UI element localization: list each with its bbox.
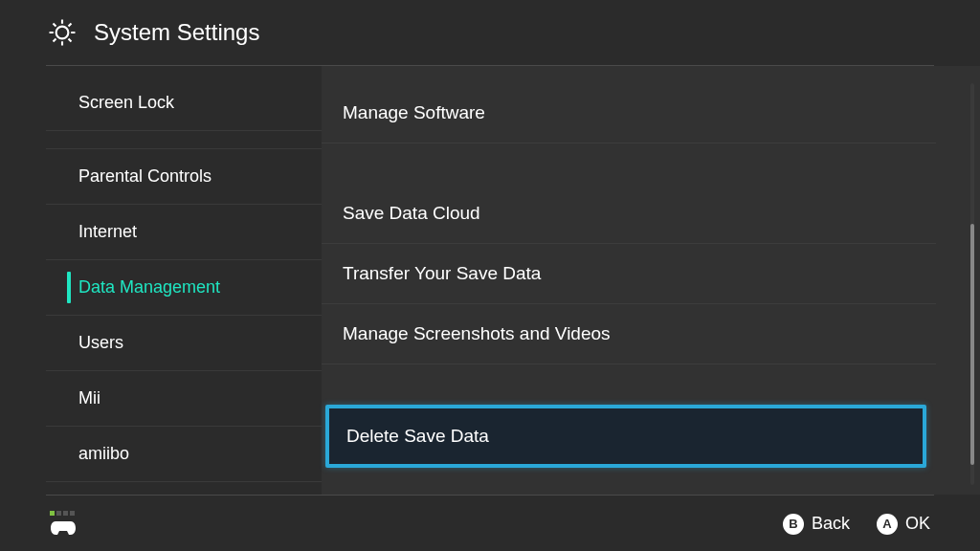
back-label: Back [812, 514, 850, 534]
option-save-data-cloud[interactable]: Save Data Cloud [322, 184, 936, 244]
option-label: Manage Screenshots and Videos [343, 323, 611, 343]
ok-label: OK [905, 514, 930, 534]
sidebar-item-amiibo[interactable]: amiibo [46, 427, 322, 482]
svg-point-0 [56, 27, 69, 39]
sidebar-item-screen-lock[interactable]: Screen Lock [46, 76, 322, 131]
sidebar-item-label: amiibo [78, 444, 129, 463]
header: System Settings [0, 0, 980, 65]
option-label: Transfer Your Save Data [343, 263, 541, 283]
scrollbar-thumb[interactable] [970, 224, 974, 465]
player-dot-4 [70, 511, 75, 516]
player-dot-2 [56, 511, 61, 516]
controller-icon[interactable] [50, 519, 77, 537]
option-label: Manage Software [343, 102, 485, 122]
main-inner: Manage Software Save Data Cloud Transfer… [322, 83, 980, 468]
ok-button[interactable]: A OK [877, 514, 930, 535]
option-transfer-save-data[interactable]: Transfer Your Save Data [322, 244, 936, 304]
back-button[interactable]: B Back [783, 514, 850, 535]
sidebar-item-data-management[interactable]: Data Management [46, 260, 322, 316]
option-label: Save Data Cloud [343, 203, 480, 223]
player-dot-1 [50, 511, 55, 516]
footer: B Back A OK [46, 495, 934, 551]
settings-gear-icon [46, 16, 78, 49]
scrollbar[interactable] [970, 83, 974, 485]
sidebar-item-label: Internet [78, 222, 137, 241]
a-button-icon: A [877, 514, 898, 535]
sidebar-item-label: Users [78, 333, 123, 352]
body: Screen Lock Parental Controls Internet D… [0, 66, 980, 495]
sidebar-item-mii[interactable]: Mii [46, 371, 322, 427]
option-manage-screenshots[interactable]: Manage Screenshots and Videos [322, 304, 936, 364]
sidebar-item-label: Screen Lock [78, 93, 174, 112]
sidebar: Screen Lock Parental Controls Internet D… [46, 66, 322, 495]
sidebar-item-label: Mii [78, 388, 100, 408]
option-manage-software[interactable]: Manage Software [322, 83, 936, 143]
option-gap [322, 143, 936, 184]
sidebar-item-users[interactable]: Users [46, 316, 322, 371]
sidebar-item-label: Parental Controls [78, 166, 212, 186]
footer-actions: B Back A OK [783, 514, 930, 535]
option-delete-save-data[interactable]: Delete Save Data [325, 405, 926, 468]
sidebar-item-internet[interactable]: Internet [46, 205, 322, 260]
player-dot-3 [63, 511, 68, 516]
option-label: Delete Save Data [346, 426, 489, 446]
page-title: System Settings [94, 19, 259, 46]
controller-indicator [50, 511, 77, 537]
player-dots [50, 511, 77, 516]
b-button-icon: B [783, 514, 804, 535]
sidebar-item-label: Data Management [78, 277, 220, 297]
main-panel: Manage Software Save Data Cloud Transfer… [322, 66, 980, 495]
option-gap [322, 364, 936, 405]
sidebar-item-parental-controls[interactable]: Parental Controls [46, 148, 322, 205]
